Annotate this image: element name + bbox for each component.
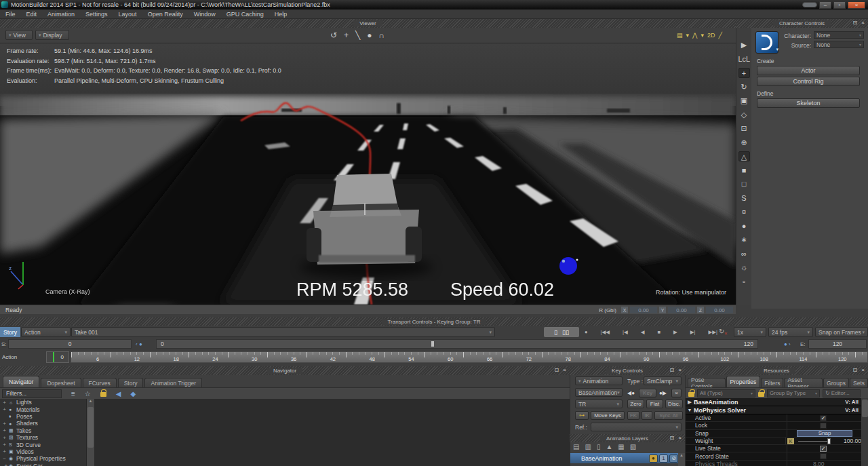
select-tool-icon[interactable]: ▶ [738,40,750,50]
tab-asset-browser[interactable]: Asset Browser [784,378,823,387]
tree-item-label[interactable]: Super Car [16,463,43,466]
list-view-icon[interactable]: ≡ [71,390,75,397]
layers-scrollbar[interactable]: ▲ [678,453,685,466]
panel-window-icons[interactable]: ⊡ × [669,435,683,441]
previous-key-button[interactable]: ◀● [627,390,635,396]
close-button[interactable]: × [848,1,865,9]
playback-button[interactable]: |◀ [623,329,628,335]
range-handle[interactable] [431,341,434,347]
timeline-range-field[interactable]: 0 120 [156,339,758,349]
playback-button[interactable]: ■ [657,329,660,335]
null-object-icon[interactable]: ● [738,221,750,231]
menu-item[interactable]: Settings [80,11,113,18]
weight-value[interactable]: 100.00 [836,438,862,444]
tree-item-label[interactable]: Physical Properties [16,455,66,462]
tree-expander[interactable]: − [0,456,9,462]
playback-button[interactable]: ● [585,329,588,335]
live-state-checkbox[interactable]: ✓ [820,446,827,452]
weight-slider-handle[interactable] [827,438,831,444]
playhead-marker[interactable] [53,352,54,362]
menu-item[interactable]: Edit [21,11,43,18]
start-frame-field[interactable]: 0 [8,339,132,349]
tree-expander[interactable]: + [0,448,9,454]
tree-item[interactable]: + ● Materials [0,406,86,412]
layer-lock-icon[interactable]: ● [649,454,658,463]
tree-item-label[interactable]: Videos [16,448,34,455]
tree-item-label[interactable]: Takes [16,427,31,434]
menu-item[interactable]: File [0,11,21,18]
panel-window-icons[interactable]: ⊡ × [852,20,866,26]
new-layer-icon[interactable]: ▤ [573,443,579,450]
arc-rotate-tool-icon[interactable]: ∩ [379,29,385,41]
tree-item-label[interactable]: Poses [16,413,33,420]
tab-story[interactable]: Story [118,378,144,387]
tree-item[interactable]: − ◉ Physical Properties [0,455,86,462]
playback-button[interactable]: ▶▶| [708,329,717,335]
draw-tool-icon[interactable]: ╱ [718,29,722,41]
delete-key-button[interactable]: × [671,389,682,397]
dropdown-arrow-icon[interactable]: ▾ [686,29,690,41]
fps-dropdown[interactable]: 24 fps ▾ [768,327,813,337]
cube-solid-icon[interactable]: ■ [738,166,750,176]
tree-item-label[interactable]: Materials [16,406,39,413]
scroll-thumb[interactable] [862,400,868,417]
tab-sets[interactable]: Sets [850,378,868,387]
tree-expander[interactable]: + [0,427,9,433]
tree-item[interactable]: + ▨ Textures [0,434,86,441]
rotate-tool-icon[interactable]: ↻ [738,82,750,92]
action-mode-dropdown[interactable]: Action ▾ [21,327,71,337]
translate-tool-icon[interactable]: + [738,68,750,78]
tab-filters[interactable]: Filters [761,378,783,387]
ref-dropdown[interactable]: ▾ [591,423,682,431]
timeline-display-icon[interactable]: ▤ [677,29,683,41]
tree-expander[interactable]: + [0,463,9,466]
lock-icon[interactable] [100,392,106,397]
keyable-icon[interactable]: K [787,438,794,444]
character-select[interactable]: None ▾ [814,31,864,39]
tree-expander[interactable] [0,413,9,419]
transport-mode-button[interactable]: ▯▯ [562,329,569,336]
local-global-toggle-icon[interactable]: LcL [738,54,750,64]
transport-mode-button[interactable]: ▯ [554,329,557,336]
character-icon[interactable]: ∞ [738,249,750,259]
animation-mode-dropdown[interactable]: ▾ Animation [575,376,623,385]
solo-layer-icon[interactable]: ▲ [606,443,612,450]
tree-item[interactable]: + ▦ Takes [0,427,86,434]
display-dropdown[interactable]: ▾ Display [35,30,69,40]
region-select-icon[interactable]: ▫ [738,277,750,287]
scale-tool-icon[interactable]: ▣ [738,96,750,106]
panel-window-icons[interactable]: ⊡ × [554,367,568,373]
editor-button[interactable]: ↻ Editor... [823,389,861,397]
curve-icon[interactable]: S [738,193,750,203]
tree-item[interactable]: ♦ Poses [0,413,86,420]
nav-back-icon[interactable]: ◀ [116,390,121,397]
interpolation-type-dropdown[interactable]: SmClamp ▾ [644,376,682,385]
tab-navigator[interactable]: Navigator [3,376,39,387]
tree-item[interactable]: + ● Shaders [0,420,86,427]
timeline-ruler[interactable]: 6121824303642485460667278849096102108114… [71,351,868,363]
sync-all-button[interactable]: Sync. All [654,411,683,420]
tab-fcurves[interactable]: FCurves [83,378,117,387]
panel-window-icons[interactable]: ⊡ × [669,367,683,373]
snap-button[interactable]: Snap [797,430,852,437]
cube-wire-icon[interactable]: □ [738,179,750,189]
next-key-button[interactable]: ●▶ [659,390,667,396]
take-dropdown[interactable]: Take 001 ▾ [71,327,495,337]
tree-item[interactable]: + S 3D Curve [0,441,86,448]
record-state-checkbox[interactable] [820,453,827,459]
view-dropdown[interactable]: ▾ View [5,30,33,40]
menu-item[interactable]: Layout [113,11,142,18]
key-button[interactable]: Key [639,389,656,397]
menu-item[interactable]: Open Reality [142,11,189,18]
lock-checkbox[interactable] [820,423,827,429]
merge-layers-icon[interactable]: ▦ [618,443,624,450]
skeleton-icon[interactable]: ∗ [738,235,750,245]
animation-layer-dropdown[interactable]: BaseAnimation ▾ [575,388,623,397]
primitives-icon[interactable]: △ [738,151,750,161]
zero-button[interactable]: Zero [627,400,644,408]
tab-groups[interactable]: Groups [823,378,849,387]
playback-speed-dropdown[interactable]: 1x ▾ [734,327,766,337]
nav-forward-icon[interactable]: ◆ [131,390,136,397]
zoom-tool-icon[interactable]: ╲ [355,29,360,41]
2d-display-icon[interactable]: 2D [707,29,715,41]
